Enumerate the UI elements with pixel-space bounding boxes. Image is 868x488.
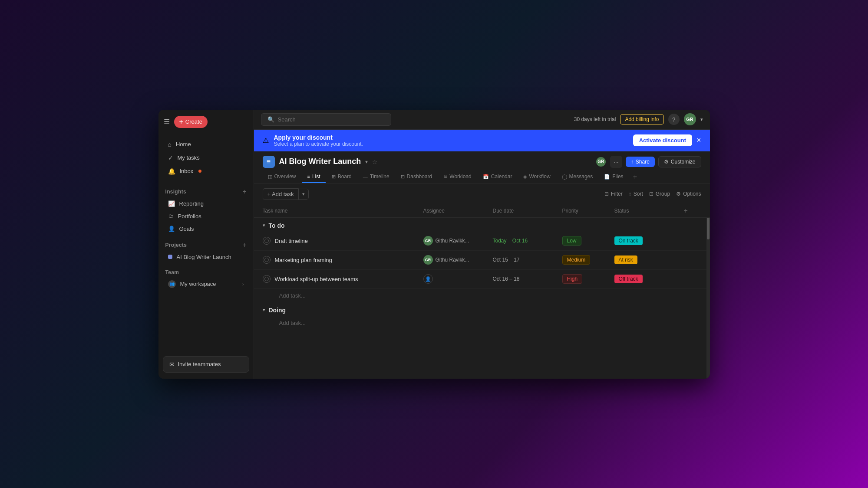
task-complete-button[interactable] <box>263 275 271 283</box>
task-name-text: Draft timeline <box>275 238 308 244</box>
add-task-inline-doing[interactable]: Add task... <box>254 316 710 330</box>
col-add[interactable]: + <box>684 207 701 215</box>
tab-workload[interactable]: ≋ Workload <box>438 171 476 183</box>
options-label: Options <box>683 191 701 197</box>
dashboard-icon: ⊡ <box>401 174 405 180</box>
section-toggle-icon[interactable]: ▾ <box>263 307 265 313</box>
task-check-inner <box>264 258 269 262</box>
add-task-inline-label: Add task... <box>279 292 306 299</box>
banner-subtitle: Select a plan to activate your discount. <box>274 141 363 147</box>
files-icon: 📄 <box>604 174 610 180</box>
create-button[interactable]: + Create <box>174 116 208 128</box>
tab-dashboard[interactable]: ⊡ Dashboard <box>396 171 438 183</box>
project-title-chevron-icon[interactable]: ▾ <box>365 159 368 165</box>
activate-discount-button[interactable]: Activate discount <box>633 134 692 146</box>
section-toggle-icon[interactable]: ▾ <box>263 223 265 228</box>
sort-button[interactable]: ↕ Sort <box>629 191 643 197</box>
warning-icon: ⚠ <box>263 136 269 144</box>
list-icon: ≡ <box>267 158 271 166</box>
group-button[interactable]: ⊡ Group <box>649 191 670 197</box>
project-title-row: ≡ AI Blog Writer Launch ▾ ☆ <box>263 156 378 168</box>
sidebar-item-reporting-label: Reporting <box>179 200 204 207</box>
sidebar-item-ai-blog[interactable]: AI Blog Writer Launch <box>161 251 251 263</box>
table-row[interactable]: Workload split-up between teams 👤 Oct 16… <box>254 270 710 289</box>
tab-calendar[interactable]: 📅 Calendar <box>478 171 518 183</box>
tab-files[interactable]: 📄 Files <box>599 171 628 183</box>
section-doing[interactable]: ▾ Doing <box>254 302 710 316</box>
task-name-cell: Workload split-up between teams <box>263 271 423 287</box>
member-avatar: GR <box>595 156 607 167</box>
assignee-cell: 👤 <box>423 274 493 284</box>
sidebar-item-inbox[interactable]: 🔔 Inbox <box>161 165 251 178</box>
assignee-name: Githu Ravikk... <box>436 257 469 263</box>
status-badge: On track <box>614 236 643 245</box>
assignee-avatar: GR <box>423 236 433 246</box>
sidebar-spacer <box>158 291 254 352</box>
filter-button[interactable]: ⊟ Filter <box>604 191 623 197</box>
customize-button[interactable]: ⚙ Customize <box>658 156 701 167</box>
project-header: ≡ AI Blog Writer Launch ▾ ☆ GR ··· ↑ Sha… <box>254 151 710 168</box>
add-column-icon[interactable]: + <box>684 207 688 215</box>
tab-board[interactable]: ⊞ Board <box>327 171 357 183</box>
empty-assignee-icon: 👤 <box>423 274 433 284</box>
sidebar-item-my-workspace[interactable]: 👥 My workspace › <box>161 278 251 291</box>
sidebar-item-my-workspace-label: My workspace <box>180 281 216 287</box>
col-task-name: Task name <box>263 207 423 215</box>
add-tab-button[interactable]: + <box>630 170 640 183</box>
options-icon: ⚙ <box>676 191 681 197</box>
insights-section-header: Insights + <box>158 182 254 197</box>
options-button[interactable]: ⚙ Options <box>676 191 701 197</box>
banner-text: Apply your discount Select a plan to act… <box>274 134 363 147</box>
share-button[interactable]: ↑ Share <box>626 157 655 167</box>
help-button[interactable]: ? <box>668 114 680 125</box>
create-label: Create <box>185 118 202 125</box>
section-doing-name: Doing <box>269 307 286 314</box>
sidebar-item-reporting[interactable]: 📈 Reporting <box>161 198 251 210</box>
tab-overview[interactable]: ◫ Overview <box>263 171 301 183</box>
insights-add-button[interactable]: + <box>242 188 246 196</box>
close-banner-button[interactable]: × <box>696 136 701 145</box>
calendar-icon: 📅 <box>483 174 489 180</box>
invite-teammates-button[interactable]: ✉ Invite teammates <box>163 356 249 373</box>
star-icon[interactable]: ☆ <box>372 158 378 165</box>
section-to-do[interactable]: ▾ To do <box>254 218 710 232</box>
add-task-button[interactable]: + Add task <box>263 188 299 200</box>
scrollbar[interactable] <box>706 204 710 379</box>
tabs-row: ◫ Overview ≡ List ⊞ Board — Timeline ⊡ D… <box>254 168 710 184</box>
bell-icon: 🔔 <box>168 168 175 175</box>
sidebar-top: ☰ + Create <box>158 110 254 134</box>
table-row[interactable]: Draft timeline GR Githu Ravikk... Today … <box>254 232 710 251</box>
filter-label: Filter <box>611 191 623 197</box>
priority-badge: Low <box>562 236 581 246</box>
search-bar[interactable]: 🔍 Search <box>261 113 391 126</box>
sidebar-item-goals[interactable]: 👤 Goals <box>161 223 251 235</box>
add-task-inline-to-do[interactable]: Add task... <box>254 289 710 302</box>
list-tab-icon: ≡ <box>307 174 310 179</box>
status-badge: Off track <box>614 275 643 283</box>
add-task-dropdown-button[interactable]: ▾ <box>299 189 309 200</box>
search-placeholder: Search <box>278 116 296 123</box>
due-date-text: Today – Oct 16 <box>493 238 528 244</box>
table-row[interactable]: Marketing plan framing GR Githu Ravikk..… <box>254 251 710 270</box>
user-menu-chevron-icon[interactable]: ▾ <box>700 117 703 122</box>
add-billing-button[interactable]: Add billing info <box>620 114 663 124</box>
tab-timeline[interactable]: — Timeline <box>358 171 395 183</box>
sidebar-item-home[interactable]: ⌂ Home <box>161 138 251 151</box>
menu-icon[interactable]: ☰ <box>164 118 170 126</box>
user-avatar[interactable]: GR <box>684 113 696 125</box>
sidebar-item-my-tasks[interactable]: ✓ My tasks <box>161 151 251 164</box>
check-icon: ✓ <box>168 154 173 161</box>
tab-messages[interactable]: ◯ Messages <box>557 171 598 183</box>
col-status: Status <box>614 207 684 215</box>
assignee-cell: GR Githu Ravikk... <box>423 236 493 246</box>
task-complete-button[interactable] <box>263 256 271 264</box>
sidebar-item-portfolios-label: Portfolios <box>178 213 201 219</box>
more-options-button[interactable]: ··· <box>610 156 622 168</box>
project-title: AI Blog Writer Launch <box>279 157 361 166</box>
task-complete-button[interactable] <box>263 237 271 245</box>
projects-add-button[interactable]: + <box>242 241 246 249</box>
sidebar-item-portfolios[interactable]: 🗂 Portfolios <box>161 210 251 222</box>
tab-list[interactable]: ≡ List <box>302 171 326 183</box>
sidebar-item-home-label: Home <box>176 141 191 147</box>
tab-workflow[interactable]: ◈ Workflow <box>518 171 555 183</box>
